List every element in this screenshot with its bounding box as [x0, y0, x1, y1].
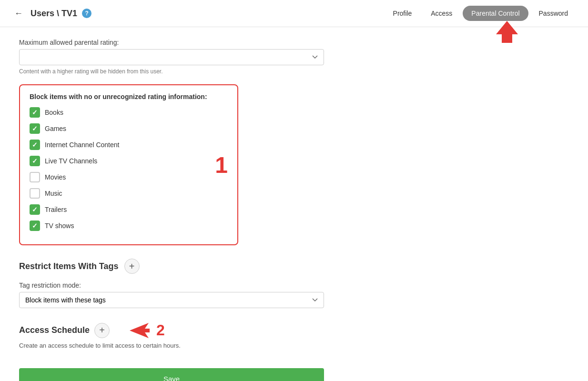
trailers-label: Trailers: [45, 206, 67, 213]
parental-rating-label: Maximum allowed parental rating:: [19, 39, 338, 46]
block-items-section: Block items with no or unrecognized rati…: [19, 84, 238, 245]
nav-tabs: Profile Access Parental Control Password: [385, 6, 577, 21]
music-checkbox[interactable]: [30, 188, 40, 199]
movies-label: Movies: [45, 173, 66, 181]
restrict-tags-row: Restrict Items With Tags +: [19, 259, 338, 274]
checkbox-tv-shows[interactable]: TV shows: [30, 221, 228, 231]
annotation-2: 2: [156, 321, 165, 339]
restrict-tags-heading: Restrict Items With Tags: [19, 261, 119, 271]
breadcrumb: Users \ TV1: [30, 9, 77, 19]
tab-parental-control[interactable]: Parental Control: [463, 6, 528, 21]
trailers-checkbox[interactable]: [30, 204, 40, 215]
movies-checkbox[interactable]: [30, 172, 40, 182]
tab-access[interactable]: Access: [422, 6, 461, 21]
back-button[interactable]: ←: [11, 8, 26, 20]
live-tv-checkbox[interactable]: [30, 156, 40, 166]
checkbox-trailers[interactable]: Trailers: [30, 204, 228, 215]
svg-marker-1: [130, 323, 150, 338]
tab-profile[interactable]: Profile: [385, 6, 421, 21]
tv-shows-label: TV shows: [45, 222, 74, 230]
checkbox-music[interactable]: Music: [30, 188, 228, 199]
music-label: Music: [45, 190, 62, 197]
internet-channel-label: Internet Channel Content: [45, 141, 119, 149]
games-checkbox[interactable]: [30, 123, 40, 134]
page-wrapper: ← Users \ TV1 ? Profile Access Parental …: [0, 0, 588, 381]
parental-rating-select[interactable]: [19, 49, 324, 65]
annotation-1: 1: [215, 152, 228, 178]
header-left: ← Users \ TV1 ?: [11, 8, 91, 20]
books-label: Books: [45, 109, 63, 116]
parental-rating-hint: Content with a higher rating will be hid…: [19, 68, 338, 75]
tag-restriction-select[interactable]: Block items with these tags: [19, 292, 324, 308]
internet-channel-checkbox[interactable]: [30, 140, 40, 150]
checkbox-internet-channel[interactable]: Internet Channel Content: [30, 140, 228, 150]
checkbox-movies[interactable]: Movies: [30, 172, 228, 182]
help-icon[interactable]: ?: [82, 9, 91, 18]
games-label: Games: [45, 125, 66, 132]
annotation-arrow-up: [495, 20, 519, 44]
save-button[interactable]: Save: [19, 368, 324, 381]
tv-shows-checkbox[interactable]: [30, 221, 40, 231]
live-tv-label: Live TV Channels: [45, 157, 97, 165]
add-tag-button[interactable]: +: [124, 259, 140, 274]
tag-restriction-label: Tag restriction mode:: [19, 281, 338, 289]
access-schedule-row: Access Schedule + 2: [19, 321, 338, 339]
access-schedule-heading: Access Schedule: [19, 325, 90, 335]
annotation-arrow-left: [116, 322, 150, 339]
block-items-title: Block items with no or unrecognized rati…: [30, 93, 228, 100]
checkbox-books[interactable]: Books: [30, 107, 228, 118]
add-schedule-button[interactable]: +: [94, 323, 110, 338]
books-checkbox[interactable]: [30, 107, 40, 118]
svg-marker-0: [496, 21, 518, 43]
checkbox-games[interactable]: Games: [30, 123, 228, 134]
checkbox-live-tv[interactable]: Live TV Channels: [30, 156, 228, 166]
header: ← Users \ TV1 ? Profile Access Parental …: [0, 0, 588, 27]
access-schedule-hint: Create an access schedule to limit acces…: [19, 342, 338, 349]
tab-password[interactable]: Password: [530, 6, 577, 21]
main-content: Maximum allowed parental rating: Content…: [0, 27, 357, 381]
